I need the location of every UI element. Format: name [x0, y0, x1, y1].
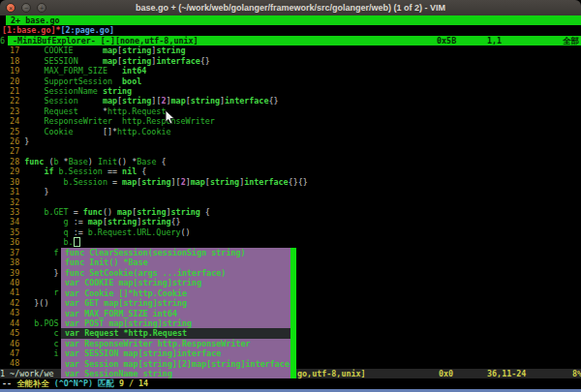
line-number: 46: [0, 339, 24, 348]
line-number: 38: [0, 257, 24, 267]
line-number: 47: [0, 348, 24, 358]
window-title: base.go + (~/work/web/golanger/framework…: [0, 3, 581, 13]
line-number: 48: [0, 358, 24, 368]
code-line-28[interactable]: 28 func (b *Base) Init() *Base {: [0, 157, 581, 166]
tab-label[interactable]: 2+ base.go: [6, 15, 581, 25]
statusline-edge-char: 6: [0, 36, 8, 45]
command-line: -- 全能补全 (^O^N^P) 匹配 9 / 14: [0, 378, 581, 388]
buffer-tab-base-go[interactable]: [1:base.go]*: [2, 25, 61, 35]
statusline-cursor-position: 36,11-24: [487, 369, 526, 378]
completion-item[interactable]: func SetCookie(args ...interface): [61, 268, 296, 278]
code-line-25[interactable]: 25 Cookie []*http.Cookie: [0, 127, 581, 136]
minibufexplorer-statusbar: -MiniBufExplorer- [-][none,utf-8,unix]0x…: [8, 36, 581, 45]
statusline-hex-value: 0x0: [439, 369, 453, 378]
line-number: 43: [0, 308, 24, 317]
code-line-18[interactable]: 18 SESSION map[string]interface{}: [0, 56, 581, 66]
vim-window: × − + base.go + (~/work/web/golanger/fra…: [0, 0, 581, 392]
line-number: 20: [0, 76, 24, 86]
line-number: 29: [0, 166, 24, 176]
line-number: 36: [0, 237, 24, 247]
completion-item[interactable]: func Init() *Base: [61, 257, 296, 267]
code-line-26[interactable]: 26 }: [0, 136, 581, 146]
line-number: 39: [0, 268, 24, 278]
statusline-fileformat: go,utf-8,unix]: [297, 369, 366, 378]
code-line-32[interactable]: 32: [0, 197, 581, 207]
line-number: 27: [0, 146, 24, 156]
completion-item[interactable]: var COOKIE map[string]string: [61, 278, 296, 287]
code-line-30[interactable]: 30 b.Session = map[string][2]map[string]…: [0, 177, 581, 187]
line-number: 21: [0, 86, 24, 96]
line-number: 42: [0, 298, 24, 308]
code-line-36[interactable]: 36 b.: [0, 237, 581, 247]
code-line-19[interactable]: 19 MAX_FORM_SIZE int64: [0, 66, 581, 75]
line-number: 44: [0, 318, 24, 328]
cursor-block: [74, 237, 80, 247]
statusline-scroll-percent: 8%: [572, 369, 581, 378]
line-number: 23: [0, 106, 24, 116]
code-line-23[interactable]: 23 Request *http.Request: [0, 106, 581, 116]
completion-popup: func ClearSession(sessionSign string)fun…: [61, 248, 296, 378]
line-number: 41: [0, 287, 24, 297]
line-number: 45: [0, 328, 24, 338]
code-line-21[interactable]: 21 SessionName string: [0, 86, 581, 96]
completion-item[interactable]: var GET map[string]string: [61, 298, 296, 308]
line-number: 24: [0, 116, 24, 126]
code-line-29[interactable]: 29 if b.Session == nil {: [0, 166, 581, 176]
completion-item[interactable]: var Request *http.Request: [61, 328, 296, 338]
line-number: 35: [0, 227, 24, 237]
line-number: 25: [0, 127, 24, 136]
code-line-33[interactable]: 33 b.GET = func() map[string]string {: [0, 207, 581, 217]
completion-item[interactable]: func ClearSession(sessionSign string): [61, 248, 296, 257]
line-number: 22: [0, 96, 24, 106]
cmdline-segment: 全能补全: [16, 378, 54, 388]
mbe-hex-value: 0x5B: [437, 36, 456, 45]
completion-item[interactable]: var MAX_FORM_SIZE int64: [61, 309, 296, 318]
line-number: 26: [0, 136, 24, 146]
statusline-filepath: 1 ~/work/we: [0, 369, 53, 378]
code-line-35[interactable]: 35 q := b.Request.URL.Query(): [0, 227, 581, 237]
cmdline-segment: (^O^N^P): [54, 378, 98, 388]
line-number: 32: [0, 197, 24, 207]
vim-tabline: 2+ base.go: [0, 15, 581, 25]
popup-scrollbar[interactable]: [290, 248, 296, 378]
code-line-24[interactable]: 24 ResponseWriter http.ResponseWriter: [0, 116, 581, 126]
line-number: 40: [0, 278, 24, 287]
completion-item[interactable]: var SessionName string: [61, 369, 296, 378]
line-number: 34: [0, 217, 24, 226]
cmdline-segment: --: [2, 378, 16, 388]
completion-item[interactable]: var ResponseWriter http.ResponseWriter: [61, 339, 296, 348]
line-number: 37: [0, 248, 24, 257]
title-bar: × − + base.go + (~/work/web/golanger/fra…: [0, 0, 581, 15]
line-number: 28: [0, 157, 24, 166]
line-number: 17: [0, 45, 24, 55]
mbe-scroll-indicator: 全部: [563, 36, 579, 45]
completion-item[interactable]: var Cookie []*http.Cookie: [61, 288, 296, 298]
line-number: 18: [0, 56, 24, 66]
code-line-27[interactable]: 27: [0, 146, 581, 156]
cmdline-segment: 9 / 14: [119, 378, 148, 388]
completion-item[interactable]: var SESSION map[string]interface: [61, 348, 296, 358]
buffer-tab-page-go[interactable]: [2:page.go]: [61, 25, 114, 35]
mbe-cursor-position: 1,1: [487, 36, 502, 45]
code-line-31[interactable]: 31 }: [0, 187, 581, 196]
cmdline-segment: 匹配: [98, 378, 119, 388]
mouse-cursor-icon: [165, 110, 176, 126]
minibufexplorer-list: [1:base.go]*[2:page.go]: [0, 25, 581, 35]
completion-item[interactable]: var POST map[string]string: [61, 318, 296, 328]
code-line-17[interactable]: 17 COOKIE map[string]string: [0, 45, 581, 55]
line-number: 33: [0, 207, 24, 217]
code-line-20[interactable]: 20 SupportSession bool: [0, 76, 581, 86]
minibufexplorer-statusline: 6 -MiniBufExplorer- [-][none,utf-8,unix]…: [0, 36, 581, 45]
code-line-22[interactable]: 22 Session map[string][2]map[string]inte…: [0, 96, 581, 106]
line-number: 31: [0, 187, 24, 196]
line-number: 19: [0, 66, 24, 75]
line-number: 30: [0, 177, 24, 187]
code-line-34[interactable]: 34 g := map[string]string{}: [0, 217, 581, 226]
completion-item[interactable]: var Session map[string][2]map[string]int…: [61, 359, 296, 369]
